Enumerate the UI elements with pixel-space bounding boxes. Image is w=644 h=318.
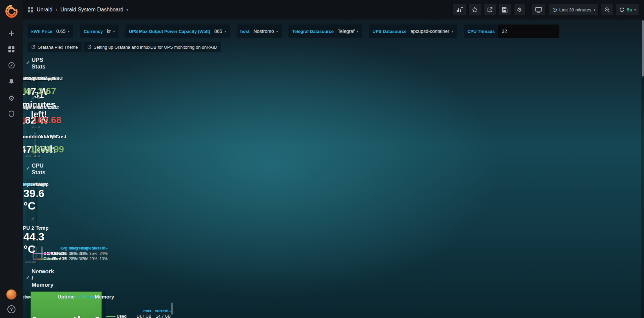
refresh-interval-label: 5s [627, 7, 632, 12]
page-scrollbar[interactable] [641, 19, 644, 318]
tv-mode-button[interactable] [532, 4, 545, 16]
variable-telegraf-datasource[interactable]: Telegraf Datasource Telegraf▾ [288, 25, 362, 38]
grafana-logo[interactable] [5, 5, 18, 18]
breadcrumb-dashboard[interactable]: Unraid System Dashboard [60, 7, 124, 13]
legend-column-header[interactable]: current ▾ [153, 308, 173, 314]
compass-icon [8, 62, 15, 70]
apps-grid-icon [28, 7, 34, 13]
grafana-app: ⚙ ? Unraid › Unraid System Dashboard ▾ [0, 0, 644, 318]
variable-label: Telegraf Datasource [288, 29, 337, 34]
sidebar: ⚙ ? [0, 0, 23, 318]
dashboards-grid-icon [8, 46, 15, 54]
panel-memory-graph: Memory Last 30 minutes maxcurrent ▾ Used… [104, 291, 105, 318]
panel-cpu2-temp[interactable]: CPU 2 Temp 44.3 °C [34, 223, 34, 264]
panel-title: This Years Cost [21, 104, 59, 110]
series-color-dash [41, 259, 51, 260]
external-link-icon [31, 45, 35, 49]
variable-ups-datasource[interactable]: UPS Datasource apcupsd-container▾ [369, 25, 457, 38]
variables-row: kWh Price 0.65▾ Currency kr▾ UPS Max Out… [23, 19, 644, 40]
zoom-out-button[interactable] [601, 4, 613, 16]
gear-icon: ⚙ [8, 95, 15, 102]
breadcrumb-separator-icon: › [55, 6, 57, 13]
time-range-picker[interactable]: Last 30 minutes ▾ [549, 4, 599, 16]
zoom-out-icon [604, 7, 610, 13]
cpu-threads-input[interactable] [498, 25, 559, 38]
panel-time-range[interactable]: Last 30 minutes [67, 294, 102, 299]
variable-host[interactable]: host Nostromo▾ [237, 25, 282, 38]
legend-column-header[interactable]: avg [68, 245, 80, 251]
variable-value: 0.65 [56, 29, 65, 34]
legend-scrollbar[interactable] [41, 246, 43, 259]
gear-icon: ⚙ [517, 7, 522, 13]
variable-label: kWh Price [28, 29, 55, 34]
sidebar-item-dashboards[interactable] [0, 42, 23, 58]
variable-label: UPS Datasource [369, 29, 410, 34]
dashboard-link[interactable]: Setting up Grafana and InfluxDB for UPS … [84, 42, 221, 52]
user-avatar[interactable] [6, 289, 17, 300]
star-icon [472, 7, 478, 13]
sidebar-item-configuration[interactable]: ⚙ [0, 90, 23, 106]
plus-icon [8, 30, 15, 38]
time-range-label: Last 30 minutes [559, 7, 591, 12]
caret-down-icon: ▾ [276, 30, 278, 33]
save-button[interactable] [499, 4, 511, 16]
shield-icon [8, 110, 14, 118]
panel-ups-load-vs-time-left: UPS Load vs Time left 100 W125 W150 W175… [36, 73, 37, 158]
save-icon [502, 7, 508, 13]
legend-column-header[interactable]: max [135, 308, 153, 314]
variable-currency[interactable]: Currency kr▾ [80, 25, 119, 38]
legend-scrollbar[interactable] [171, 303, 173, 315]
variable-value: 865 [214, 29, 222, 34]
caret-down-icon: ▾ [225, 30, 226, 33]
add-panel-button[interactable] [453, 4, 466, 16]
chevron-down-icon [27, 276, 29, 279]
top-navbar: Unraid › Unraid System Dashboard ▾ [23, 0, 644, 19]
bell-icon [8, 78, 15, 86]
sidebar-item-alerting[interactable] [0, 74, 23, 90]
caret-down-icon: ▾ [113, 30, 115, 33]
variable-value: Nostromo [254, 29, 274, 34]
caret-down-icon: ▾ [357, 30, 359, 33]
refresh-button[interactable]: 5s ▾ [616, 4, 639, 16]
legend-row[interactable]: Core 2220%35% [40, 251, 99, 256]
caret-down-icon: ▾ [594, 8, 595, 12]
caret-down-icon: ▾ [452, 30, 453, 33]
dashboard-canvas: UPS Stats UPS Load % Last 12 hours UPS L… [23, 52, 32, 318]
legend-row[interactable]: Used14.7 GB14.7 GB [104, 314, 172, 318]
panel-this-years-cost[interactable]: This Years Cost kr 162.68 [40, 102, 40, 129]
variable-kwh-price[interactable]: kWh Price 0.65▾ [28, 25, 73, 38]
panel-estimated-yearly-cost[interactable]: Estimated Yearly Cost kr 1033.99 [40, 131, 40, 158]
variable-ups-max-output[interactable]: UPS Max Output Power Capacity (Watt) 865… [125, 25, 230, 38]
sidebar-item-explore[interactable] [0, 58, 23, 74]
help-icon[interactable]: ? [7, 305, 15, 313]
variable-value: apcupsd-container [411, 29, 449, 34]
variable-label: Currency [80, 29, 106, 34]
breadcrumb: Unraid › Unraid System Dashboard ▾ [28, 6, 128, 13]
panel-network-graph: Network Last 30 minutes [28, 291, 28, 318]
clock-icon [67, 295, 72, 299]
topnav-actions: ⚙ Last 30 minutes ▾ 5s ▾ [453, 4, 639, 16]
share-button[interactable] [484, 4, 496, 16]
legend-row[interactable]: Core 1618%29% [40, 256, 99, 262]
panel-title: CPU 2 Temp [19, 225, 48, 231]
dashboard-link[interactable]: Grafana Plex Theme [28, 42, 82, 52]
caret-down-icon: ▾ [634, 8, 636, 12]
dashboard-settings-button[interactable]: ⚙ [513, 4, 525, 16]
series-color-dash [106, 316, 116, 317]
sidebar-item-create[interactable] [0, 26, 23, 42]
scrollbar-thumb[interactable] [642, 20, 644, 77]
favorite-button[interactable] [468, 4, 481, 16]
add-panel-icon [456, 6, 463, 13]
legend-column-header[interactable]: current ▾ [80, 245, 99, 251]
variable-label: UPS Max Output Power Capacity (Watt) [125, 29, 213, 34]
share-icon [487, 7, 493, 13]
caret-down-icon: ▾ [68, 30, 70, 33]
memory-legend: maxcurrent ▾ Used14.7 GB14.7 GB Buffered… [104, 302, 173, 318]
sidebar-item-server-admin[interactable] [0, 106, 23, 122]
cpu2-legend: avgcurrent ▾ Core 2220%35% Core 1618%29% [36, 245, 43, 263]
refresh-icon [619, 7, 625, 12]
variable-label: CPU Threads [464, 29, 498, 34]
caret-down-icon[interactable]: ▾ [126, 8, 128, 12]
chevron-down-icon [27, 167, 29, 170]
breadcrumb-app[interactable]: Unraid [37, 7, 52, 13]
